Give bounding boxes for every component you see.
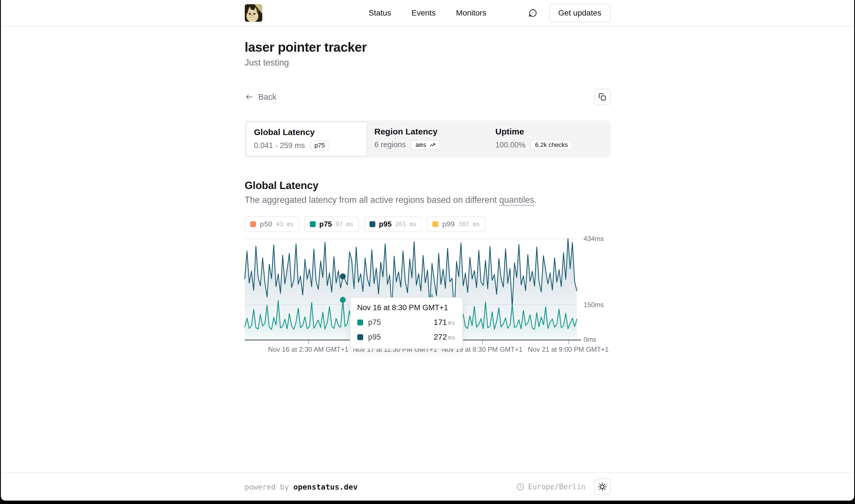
p99-swatch-icon [432, 221, 439, 227]
y-axis-label: 0ms [584, 336, 596, 344]
tab-title: Global Latency [254, 127, 359, 137]
legend-label: p99 [442, 220, 455, 229]
section-description: The aggregated latency from all active r… [245, 195, 610, 205]
page-title: laser pointer tracker [245, 39, 610, 55]
tooltip-row-p95: p95 272ms [357, 332, 456, 342]
back-link[interactable]: Back [245, 92, 277, 102]
tooltip-value: 171 [433, 318, 447, 327]
section-title: Global Latency [245, 180, 610, 192]
powered-by: powered by openstatus.dev [245, 483, 358, 491]
tab-value: 0.041 - 259 ms [254, 141, 305, 150]
tab-title: Region Latency [374, 127, 481, 137]
tab-global-latency[interactable]: Global Latency 0.041 - 259 ms p75 [246, 122, 367, 156]
copy-button[interactable] [594, 89, 610, 105]
x-axis-label: Nov 16 at 2:30 AM GMT+1 [268, 345, 349, 354]
clock-icon [516, 483, 524, 491]
legend-value: 307 ms [459, 221, 480, 228]
tooltip-title: Nov 16 at 8:30 PM GMT+1 [357, 303, 456, 312]
chart-tooltip: Nov 16 at 8:30 PM GMT+1 p75 171ms p95 27… [350, 297, 463, 349]
x-axis-tick-mark [308, 340, 309, 344]
p75-swatch-icon [357, 320, 363, 325]
x-axis-label: Nov 21 at 9:00 PM GMT+1 [528, 345, 608, 354]
section-description-period: . [534, 195, 537, 205]
arrow-left-icon [245, 92, 254, 102]
powered-by-label: powered by [245, 483, 293, 491]
section-description-text: The aggregated latency from all active r… [245, 195, 499, 205]
main-nav: Status Events Monitors [369, 8, 486, 18]
tab-value: 6 regions [374, 140, 406, 149]
legend-pill-p99[interactable]: p99 307 ms [427, 216, 485, 232]
tooltip-series-name: p75 [368, 318, 429, 327]
nav-status[interactable]: Status [369, 8, 391, 18]
metric-tabs: Global Latency 0.041 - 259 ms p75 Region… [245, 120, 610, 158]
legend-pill-p95[interactable]: p95 261 ms [364, 216, 422, 232]
timezone-display: Europe/Berlin [516, 483, 586, 491]
x-axis-tick-mark [482, 340, 483, 344]
tooltip-value: 272 [433, 332, 447, 341]
y-axis-label: 150ms [584, 301, 604, 309]
legend-value: 97 ms [336, 221, 353, 228]
tab-region-latency[interactable]: Region Latency 6 regions ams [367, 122, 488, 156]
p95-swatch-icon [357, 334, 363, 340]
nav-events[interactable]: Events [411, 8, 436, 18]
feedback-button[interactable] [528, 8, 538, 18]
tab-title: Uptime [496, 127, 602, 137]
chart-legend: p50 43 ms p75 97 ms p95 261 ms p99 307 m… [245, 216, 610, 232]
site-footer: powered by openstatus.dev Europe/Berlin [1, 472, 854, 501]
sun-icon [598, 482, 607, 491]
cat-avatar-image [245, 4, 262, 22]
y-axis-labels: 434ms 150ms 0ms [584, 239, 610, 340]
p95-swatch-icon [370, 221, 375, 227]
theme-toggle-button[interactable] [594, 479, 610, 495]
trending-up-icon [429, 142, 435, 148]
tab-value: 100.00% [496, 141, 526, 149]
latency-chart: Nov 16 at 2:30 AM GMT+1 Nov 17 at 11:30 … [245, 239, 610, 359]
quantile-badge: p75 [310, 140, 329, 150]
get-updates-button[interactable]: Get updates [549, 4, 610, 22]
tooltip-series-name: p95 [368, 333, 429, 342]
legend-label: p75 [319, 220, 332, 229]
tooltip-row-p75: p75 171ms [357, 318, 456, 327]
p75-swatch-icon [310, 221, 316, 227]
quantiles-link[interactable]: quantiles [499, 195, 534, 205]
tooltip-unit: ms [448, 319, 456, 326]
checks-badge: 6.2k checks [531, 140, 572, 150]
timezone-label: Europe/Berlin [528, 483, 586, 491]
tooltip-unit: ms [448, 334, 456, 341]
main-content: laser pointer tracker Just testing Back … [245, 26, 610, 472]
legend-label: p50 [260, 220, 272, 229]
site-logo-avatar[interactable] [245, 4, 262, 22]
site-header: Status Events Monitors Get updates [1, 0, 854, 26]
legend-label: p95 [379, 220, 392, 229]
tab-uptime[interactable]: Uptime 100.00% 6.2k checks [488, 122, 609, 156]
p50-swatch-icon [250, 221, 256, 227]
y-axis-label: 434ms [584, 235, 604, 243]
legend-pill-p75[interactable]: p75 97 ms [304, 216, 359, 232]
copy-icon [598, 93, 607, 101]
nav-monitors[interactable]: Monitors [456, 8, 486, 18]
x-axis-tick-mark [568, 340, 569, 344]
legend-value: 43 ms [276, 221, 294, 228]
back-label: Back [259, 92, 277, 102]
legend-pill-p50[interactable]: p50 43 ms [245, 216, 299, 232]
openstatus-link[interactable]: openstatus.dev [293, 483, 358, 491]
status-page-window: Status Events Monitors Get updates laser… [1, 0, 854, 501]
chat-bubble-icon [528, 8, 538, 18]
legend-value: 261 ms [395, 221, 416, 228]
page-description: Just testing [245, 58, 610, 68]
region-badge: ams [411, 140, 440, 150]
region-badge-label: ams [415, 141, 427, 148]
